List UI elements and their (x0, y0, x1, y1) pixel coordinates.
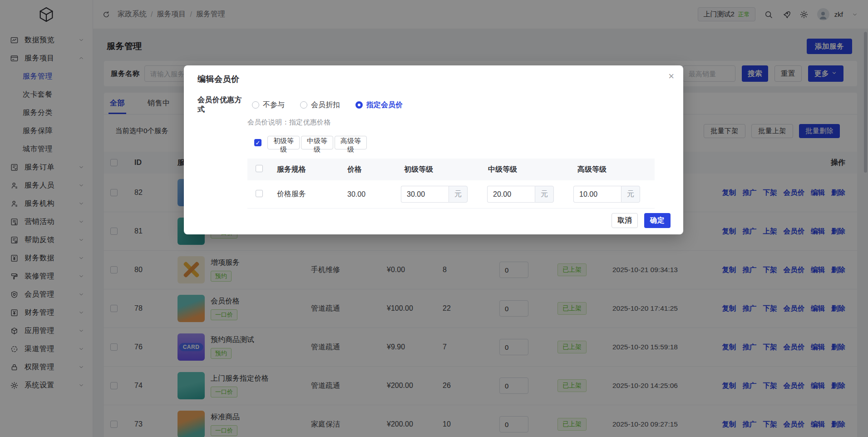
modal-header-cell: 高级等级 (570, 165, 655, 174)
modal-row-checkbox[interactable] (256, 190, 263, 197)
modal-header-cell: 价格 (343, 165, 397, 174)
unit-label: 元 (621, 186, 640, 203)
spec-price: 30.00 (343, 190, 397, 199)
cancel-button[interactable]: 取消 (612, 213, 638, 228)
modal-table-header: 服务规格价格初级等级中级等级高级等级 (247, 159, 655, 180)
middle-price-input[interactable] (487, 186, 535, 203)
discount-type-label: 会员价优惠方式 (197, 95, 247, 114)
radio-dot-icon (252, 101, 259, 109)
modal-header-cell: 初级等级 (397, 165, 483, 174)
unit-label: 元 (535, 186, 554, 203)
modal-header-cell: 服务规格 (270, 165, 343, 174)
spec-name: 价格服务 (270, 189, 343, 199)
modal-header-cell: 中级等级 (483, 165, 570, 174)
confirm-button[interactable]: 确定 (644, 213, 671, 228)
radio-dot-icon (300, 101, 307, 109)
senior-price-input[interactable] (573, 186, 621, 203)
discount-type-radio-group: 不参与会员折扣指定会员价 (252, 100, 403, 110)
unit-label: 元 (449, 186, 468, 203)
member-price-helper-text: 会员价说明：指定优惠价格 (247, 118, 683, 127)
level-button[interactable]: 中级等级 (301, 136, 333, 149)
modal-select-all-checkbox[interactable] (256, 165, 263, 172)
junior-price-input[interactable] (401, 186, 449, 203)
member-price-table: 服务规格价格初级等级中级等级高级等级价格服务30.00元元元 (247, 159, 655, 209)
edit-member-price-modal: 编辑会员价 × 会员价优惠方式 不参与会员折扣指定会员价 会员价说明：指定优惠价… (184, 65, 683, 234)
modal-table-row: 价格服务30.00元元元 (247, 180, 655, 209)
radio-option[interactable]: 指定会员价 (355, 100, 403, 110)
levels-checkbox[interactable]: ✓ (254, 139, 261, 146)
radio-option[interactable]: 会员折扣 (300, 100, 340, 110)
modal-title: 编辑会员价 (184, 65, 683, 84)
level-button[interactable]: 初级等级 (267, 136, 300, 149)
radio-dot-icon (355, 101, 363, 109)
close-icon[interactable]: × (666, 71, 677, 82)
level-button[interactable]: 高级等级 (335, 136, 367, 149)
radio-option[interactable]: 不参与 (252, 100, 285, 110)
app-root: 数据预览服务项目服务管理次卡套餐服务分类服务保障城市管理服务订单服务人员服务机构… (0, 0, 868, 437)
level-selector-row: ✓ 初级等级中级等级高级等级 (254, 136, 683, 149)
